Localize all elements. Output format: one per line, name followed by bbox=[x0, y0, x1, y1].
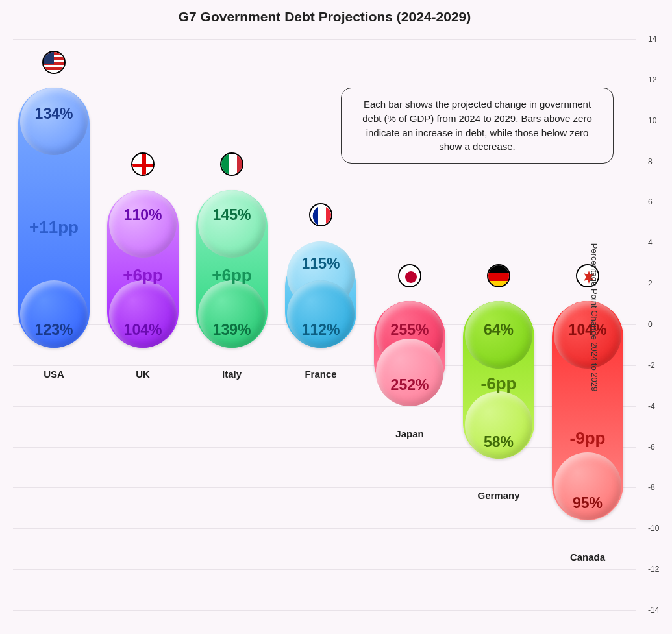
country-label-canada: Canada bbox=[570, 552, 605, 563]
tick-label: -10 bbox=[648, 524, 667, 533]
gridline bbox=[13, 202, 636, 202]
tick-label: -2 bbox=[648, 361, 667, 370]
debt-2024-usa: 123% bbox=[35, 321, 73, 339]
debt-2029-japan: 252% bbox=[391, 376, 429, 394]
debt-2024-france: 112% bbox=[302, 321, 340, 339]
debt-2024-canada: 104% bbox=[569, 321, 607, 339]
y-axis-title: Percentage Point Change 2024 to 2029 bbox=[589, 243, 599, 391]
tick-label: -12 bbox=[648, 565, 667, 574]
gridline bbox=[13, 487, 636, 488]
debt-2029-usa: 134% bbox=[35, 105, 73, 123]
svg-rect-11 bbox=[229, 154, 237, 176]
gridline bbox=[13, 39, 636, 40]
svg-rect-5 bbox=[44, 73, 66, 74]
debt-2024-japan: 255% bbox=[391, 321, 429, 339]
svg-rect-16 bbox=[488, 265, 510, 273]
change-canada: -9pp bbox=[570, 428, 606, 448]
change-italy: +6pp bbox=[212, 265, 251, 286]
svg-point-15 bbox=[405, 271, 417, 283]
svg-rect-6 bbox=[44, 52, 54, 64]
tick-label: 2 bbox=[648, 279, 667, 288]
country-label-japan: Japan bbox=[395, 428, 423, 439]
debt-2024-germany: 64% bbox=[484, 321, 514, 339]
debt-2029-france: 115% bbox=[302, 255, 340, 273]
flag-icon-usa bbox=[42, 51, 66, 74]
debt-2024-italy: 139% bbox=[213, 321, 251, 339]
country-label-germany: Germany bbox=[477, 490, 519, 501]
svg-rect-4 bbox=[44, 67, 66, 70]
country-label-france: France bbox=[305, 369, 336, 380]
svg-rect-10 bbox=[221, 154, 229, 176]
tick-label: -14 bbox=[648, 605, 667, 615]
gridline bbox=[13, 528, 636, 529]
country-label-uk: UK bbox=[136, 369, 150, 380]
chart-container: G7 Government Debt Projections (2024-202… bbox=[0, 0, 672, 634]
flag-icon-italy bbox=[220, 152, 243, 176]
tick-label: 4 bbox=[648, 238, 667, 247]
gridline bbox=[13, 406, 636, 407]
tick-label: 12 bbox=[648, 75, 667, 84]
change-uk: +6pp bbox=[123, 265, 162, 286]
change-germany: -6pp bbox=[481, 374, 517, 394]
chart-title: G7 Government Debt Projections (2024-202… bbox=[0, 9, 649, 25]
flag-icon-france bbox=[309, 203, 332, 226]
flag-icon-japan bbox=[398, 264, 421, 287]
debt-2029-uk: 110% bbox=[124, 206, 162, 224]
debt-2029-canada: 95% bbox=[573, 494, 603, 512]
tick-label: 6 bbox=[648, 197, 667, 206]
tick-label: -6 bbox=[648, 443, 667, 452]
annotation-box: Each bar shows the projected change in g… bbox=[341, 88, 614, 164]
gridline bbox=[13, 447, 636, 448]
plot-area: 14 12 10 8 6 4 2 0 -2 -4 -6 -8 -10 -12 -… bbox=[13, 39, 636, 610]
tick-label: 0 bbox=[648, 320, 667, 329]
gridline bbox=[13, 365, 636, 366]
gridline bbox=[13, 569, 636, 570]
svg-rect-9 bbox=[132, 164, 155, 167]
svg-rect-17 bbox=[488, 273, 510, 281]
flag-icon-uk bbox=[131, 152, 155, 176]
debt-2029-italy: 145% bbox=[213, 206, 251, 224]
debt-2024-uk: 104% bbox=[124, 321, 162, 339]
tick-label: 10 bbox=[648, 116, 667, 125]
country-label-italy: Italy bbox=[222, 369, 242, 380]
change-usa: +11pp bbox=[29, 217, 79, 238]
flag-icon-germany bbox=[487, 264, 510, 287]
country-label-usa: USA bbox=[44, 369, 64, 380]
gridline bbox=[13, 610, 636, 611]
tick-label: 14 bbox=[648, 34, 667, 43]
tick-label: -8 bbox=[648, 483, 667, 492]
gridline bbox=[13, 80, 636, 80]
svg-rect-12 bbox=[237, 154, 243, 176]
bubble-japan-bot bbox=[376, 339, 443, 406]
tick-label: 8 bbox=[648, 157, 667, 166]
tick-label: -4 bbox=[648, 402, 667, 411]
debt-2029-germany: 58% bbox=[484, 433, 514, 451]
